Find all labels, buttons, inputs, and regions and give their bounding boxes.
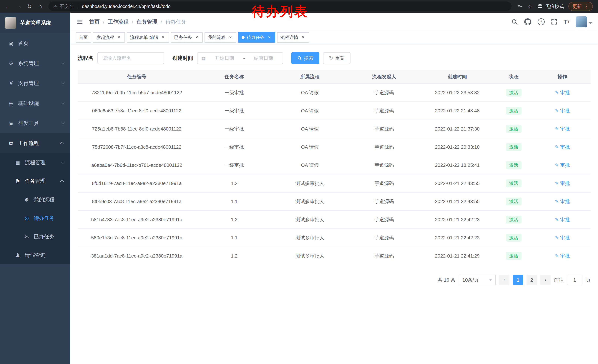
goto-page-input[interactable] bbox=[567, 275, 582, 285]
breadcrumb-item[interactable]: 工作流程 bbox=[108, 18, 129, 25]
font-size-icon[interactable]: TT bbox=[564, 19, 569, 25]
tab-label: 已办任务 bbox=[174, 34, 192, 40]
approve-link[interactable]: ✎审批 bbox=[555, 144, 570, 150]
chevron-up-icon bbox=[60, 142, 64, 146]
home-icon[interactable]: ⌂ bbox=[35, 1, 45, 11]
cell-starter: 芋道源码 bbox=[347, 174, 421, 192]
cell-status: 激活 bbox=[493, 174, 534, 192]
page-size-select[interactable]: 10条/页 bbox=[459, 275, 496, 285]
close-icon[interactable]: × bbox=[228, 35, 233, 40]
close-icon[interactable]: × bbox=[300, 35, 306, 40]
tab-todo-task[interactable]: 待办任务× bbox=[238, 32, 275, 43]
approve-link[interactable]: ✎审批 bbox=[555, 108, 570, 114]
cell-action: ✎审批 bbox=[534, 83, 590, 102]
cell-id: 381aa1dd-7ac8-11ec-a9e2-a2380e71991a bbox=[78, 247, 196, 265]
sidebar-item-my-process[interactable]: ☻我的流程 bbox=[0, 190, 70, 209]
sidebar-item-label: 待办任务 bbox=[34, 215, 64, 222]
edit-icon: ✎ bbox=[555, 217, 559, 222]
tab-home[interactable]: 首页 bbox=[75, 32, 91, 43]
approve-link[interactable]: ✎审批 bbox=[555, 180, 570, 187]
column-header: 操作 bbox=[534, 70, 590, 83]
cell-id: a6aba0a4-7b6d-11ec-b781-acde48001122 bbox=[78, 156, 196, 174]
page-button-2[interactable]: 2 bbox=[526, 275, 537, 285]
incognito-label: 无痕模式 bbox=[545, 3, 564, 9]
search-button[interactable]: 搜索 bbox=[291, 52, 319, 64]
tab-label: 流程表单-编辑 bbox=[130, 34, 158, 40]
sidebar-item-home[interactable]: ◉首页 bbox=[0, 33, 70, 53]
cell-action: ✎审批 bbox=[534, 156, 590, 174]
next-page-button[interactable]: › bbox=[540, 275, 551, 285]
task-table: 任务编号任务名称所属流程流程发起人创建时间状态操作 73211d9d-7b9b-… bbox=[78, 70, 590, 265]
forward-icon[interactable]: → bbox=[14, 1, 24, 11]
filter-form: 流程名 创建时间 ▦ 开始日期 - 结束日期 bbox=[70, 44, 598, 70]
sidebar-item-workflow[interactable]: ⧉工作流程 bbox=[0, 133, 70, 153]
page-root: 待办列表 ← → ↻ ⌂ ⚠ 不安全 dashboard.yudao.iocod… bbox=[0, 0, 598, 364]
process-name-input[interactable] bbox=[98, 52, 164, 64]
close-icon[interactable]: × bbox=[160, 35, 166, 40]
cell-process: 测试多审批人 bbox=[273, 210, 347, 229]
close-icon[interactable]: × bbox=[116, 35, 122, 40]
sidebar-collapse-icon[interactable] bbox=[76, 18, 83, 25]
github-icon[interactable] bbox=[524, 18, 531, 25]
reset-button[interactable]: ↻ 重置 bbox=[323, 52, 350, 64]
sidebar-item-label: 我的流程 bbox=[34, 196, 64, 203]
close-icon[interactable]: × bbox=[194, 35, 199, 40]
cell-time: 2022-01-22 23:53:32 bbox=[422, 83, 493, 102]
cell-action: ✎审批 bbox=[534, 102, 590, 120]
bookmark-star-icon[interactable]: ☆ bbox=[527, 3, 532, 10]
tab-process-form-edit[interactable]: 流程表单-编辑× bbox=[127, 32, 169, 43]
cell-process: 测试多审批人 bbox=[273, 229, 347, 247]
end-date-placeholder: 结束日期 bbox=[248, 55, 279, 61]
reload-icon[interactable]: ↻ bbox=[25, 1, 34, 11]
table-row: 580e1b3d-7ac8-11ec-a9e2-a2380e71991a1.1测… bbox=[78, 229, 590, 247]
fullscreen-icon[interactable] bbox=[551, 19, 557, 25]
approve-link[interactable]: ✎审批 bbox=[555, 253, 570, 259]
sidebar-item-dev-tools[interactable]: ▣研发工具 bbox=[0, 113, 70, 133]
approve-link[interactable]: ✎审批 bbox=[555, 162, 570, 169]
browser-actions: ☆ 无痕模式 更新 ⋮ bbox=[515, 2, 595, 11]
start-date-placeholder: 开始日期 bbox=[209, 55, 240, 61]
tab-process-detail[interactable]: 流程详情× bbox=[277, 32, 309, 43]
sidebar-item-done-task[interactable]: ✂已办任务 bbox=[0, 227, 70, 246]
tab-done-task[interactable]: 已办任务× bbox=[171, 32, 203, 43]
sidebar-item-process-management[interactable]: ≣流程管理 bbox=[0, 153, 70, 172]
password-key-icon[interactable] bbox=[517, 3, 523, 9]
dashboard-icon: ◉ bbox=[8, 40, 15, 47]
column-header: 任务编号 bbox=[78, 70, 196, 83]
approve-link[interactable]: ✎审批 bbox=[555, 89, 570, 96]
prev-page-button[interactable]: ‹ bbox=[499, 275, 509, 285]
sidebar-item-infrastructure[interactable]: ▤基础设施 bbox=[0, 93, 70, 113]
search-button-label: 搜索 bbox=[304, 55, 314, 61]
breadcrumb-item[interactable]: 任务管理 bbox=[137, 18, 158, 25]
tab-initiate-process[interactable]: 发起流程× bbox=[93, 32, 125, 43]
cell-time: 2022-01-21 22:42:23 bbox=[422, 210, 493, 229]
approve-link[interactable]: ✎审批 bbox=[555, 198, 570, 205]
sidebar-item-todo-task[interactable]: ⊙待办任务 bbox=[0, 209, 70, 227]
pagination: 共 16 条 10条/页 ‹ 12 › 前往 页 bbox=[70, 265, 598, 295]
sidebar-item-system-management[interactable]: ⚙系统管理 bbox=[0, 53, 70, 73]
sidebar-item-label: 基础设施 bbox=[18, 100, 58, 107]
user-menu[interactable] bbox=[576, 16, 592, 27]
back-icon[interactable]: ← bbox=[3, 1, 13, 11]
search-icon[interactable] bbox=[511, 18, 518, 25]
cell-id: 75d72608-7b7f-11ec-a3c8-acde48001122 bbox=[78, 138, 196, 156]
breadcrumb-item[interactable]: 首页 bbox=[89, 18, 100, 25]
date-range-picker[interactable]: ▦ 开始日期 - 结束日期 bbox=[197, 52, 283, 64]
app-logo[interactable]: 芋道管理系统 bbox=[0, 13, 70, 33]
sidebar-item-leave-query[interactable]: ♟请假查询 bbox=[0, 246, 70, 264]
sidebar-item-task-management[interactable]: ⚑任务管理 bbox=[0, 172, 70, 190]
incognito-indicator: 无痕模式 bbox=[537, 3, 564, 9]
page-button-1[interactable]: 1 bbox=[513, 275, 523, 285]
sidebar-item-payment-management[interactable]: ¥支付管理 bbox=[0, 73, 70, 93]
approve-link[interactable]: ✎审批 bbox=[555, 217, 570, 223]
help-icon[interactable]: ? bbox=[538, 18, 545, 25]
cell-status: 激活 bbox=[493, 138, 534, 156]
update-browser-button[interactable]: 更新 ⋮ bbox=[568, 2, 593, 11]
approve-link[interactable]: ✎审批 bbox=[555, 126, 570, 132]
approve-link[interactable]: ✎审批 bbox=[555, 235, 570, 241]
edit-icon: ✎ bbox=[555, 145, 559, 150]
cell-id: 069c6a63-7b8a-11ec-8ef0-acde48001122 bbox=[78, 102, 196, 120]
tab-my-process[interactable]: 我的流程× bbox=[205, 32, 236, 43]
close-icon[interactable]: × bbox=[267, 35, 272, 40]
approve-label: 审批 bbox=[560, 217, 570, 223]
